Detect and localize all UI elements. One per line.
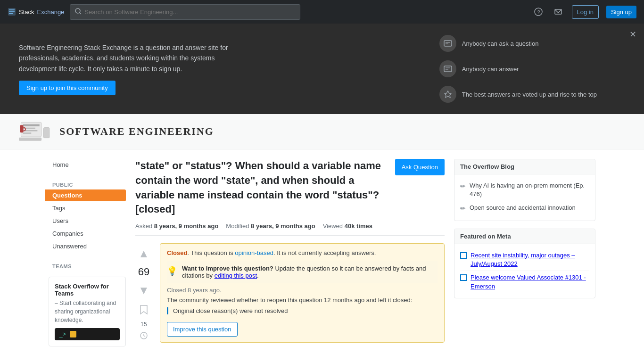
main-content: Home PUBLIC Questions Tags Users Compani…: [39, 149, 605, 359]
search-input[interactable]: [84, 8, 295, 16]
feature-votes: The best answers are voted up and rise t…: [439, 86, 597, 103]
close-reason-blockquote: Original close reason(s) were not resolv…: [167, 307, 438, 314]
site-logo[interactable]: Software Engineering: [19, 120, 214, 143]
teams-desc: – Start collaborating and sharing organi…: [55, 299, 120, 324]
upvote-button[interactable]: ▲: [135, 245, 152, 262]
question-area: "state" or "status"? When should a varia…: [135, 159, 445, 349]
questions-link[interactable]: Questions: [45, 189, 126, 201]
downvote-button[interactable]: ▼: [135, 282, 152, 299]
opinion-based-link[interactable]: opinion-based: [235, 249, 273, 256]
improve-heading: Want to improve this question?: [182, 265, 273, 272]
answer-icon: [439, 60, 456, 77]
community-banner: Software Engineering Stack Exchange is a…: [0, 24, 644, 114]
closed-header: Closed. This question is opinion-based. …: [167, 249, 438, 256]
asked-meta: Asked 8 years, 9 months ago: [135, 222, 218, 230]
feature-answer: Anybody can answer: [439, 60, 597, 77]
login-button[interactable]: Log in: [572, 5, 599, 19]
sidebar-item-companies[interactable]: Companies: [49, 228, 126, 239]
unanswered-link[interactable]: Unanswered: [49, 240, 126, 252]
code-square: [70, 331, 76, 337]
vote-column: ▲ 69 ▼ 15: [135, 243, 152, 349]
svg-rect-22: [19, 138, 41, 141]
blog-item-2: ✏ Open source and accidental innovation: [460, 201, 589, 216]
svg-text:?: ?: [537, 9, 540, 15]
votes-icon: [439, 86, 456, 103]
banner-close-button[interactable]: ✕: [629, 29, 636, 40]
site-header: Software Engineering: [0, 114, 644, 149]
featured-item-2: Please welcome Valued Associate #1301 - …: [460, 271, 589, 293]
feature-ask: Anybody can ask a question: [439, 35, 597, 52]
sidebar-item-unanswered[interactable]: Unanswered: [49, 240, 126, 252]
svg-rect-2: [9, 9, 15, 10]
sidebar-item-users[interactable]: Users: [49, 215, 126, 227]
join-community-button[interactable]: Sign up to join this community: [19, 81, 116, 95]
teams-label: TEAMS: [49, 260, 126, 271]
closed-ago: Closed 8 years ago.: [167, 287, 438, 294]
blog-item-1: ✏ Why AI is having an on-prem moment (Ep…: [460, 179, 589, 201]
home-link[interactable]: Home: [49, 159, 126, 171]
svg-rect-17: [23, 124, 40, 126]
improve-question-button[interactable]: Improve this question: [167, 322, 238, 337]
overflow-blog-body: ✏ Why AI is having an on-prem moment (Ep…: [454, 174, 595, 221]
improve-box: 💡 Want to improve this question? Update …: [167, 261, 438, 283]
featured-box-icon-1: [460, 252, 467, 259]
ask-question-button[interactable]: Ask Question: [395, 159, 445, 175]
topbar: StackExchange ? Log in Sign up: [0, 0, 644, 24]
signup-button[interactable]: Sign up: [606, 6, 636, 18]
editing-link[interactable]: editing this post: [215, 272, 257, 279]
bookmark-count: 15: [140, 321, 147, 328]
sidebar-item-tags[interactable]: Tags: [49, 202, 126, 214]
feature-answer-text: Anybody can answer: [462, 66, 519, 73]
public-nav: Questions Tags Users Companies Unanswere…: [49, 189, 126, 252]
review-text: The community reviewed whether to reopen…: [167, 296, 438, 304]
pencil-icon-1: ✏: [460, 182, 466, 198]
public-label: PUBLIC: [49, 178, 126, 189]
lightbulb-icon: 💡: [167, 266, 177, 279]
blog-link-1[interactable]: Why AI is having an on-prem moment (Ep. …: [470, 181, 589, 198]
companies-link[interactable]: Companies: [49, 228, 126, 239]
sidebar-item-questions[interactable]: Questions: [49, 189, 126, 201]
question-header: "state" or "status"? When should a varia…: [135, 159, 445, 217]
sidebar-item-home[interactable]: Home: [49, 159, 126, 171]
blog-link-2[interactable]: Open source and accidental innovation: [470, 204, 576, 214]
left-sidebar: Home PUBLIC Questions Tags Users Compani…: [49, 159, 126, 349]
feature-votes-text: The best answers are voted up and rise t…: [462, 91, 597, 98]
improve-text-block: Want to improve this question? Update th…: [182, 265, 438, 279]
banner-text: Software Engineering Stack Exchange is a…: [19, 42, 245, 74]
svg-rect-3: [9, 13, 13, 14]
tags-link[interactable]: Tags: [49, 202, 126, 214]
svg-rect-12: [444, 66, 452, 72]
pencil-icon-2: ✏: [460, 204, 466, 214]
sidebar-nav: Home: [49, 159, 126, 171]
featured-link-1[interactable]: Recent site instability, major outages –…: [471, 251, 589, 268]
featured-box-icon-2: [460, 274, 467, 281]
bookmark-button[interactable]: [140, 304, 148, 317]
svg-rect-9: [444, 41, 452, 46]
svg-rect-21: [44, 128, 50, 138]
question-meta: Asked 8 years, 9 months ago Modified 8 y…: [135, 222, 445, 236]
closed-label: Closed: [167, 249, 187, 256]
users-link[interactable]: Users: [49, 215, 126, 227]
inbox-button[interactable]: [552, 6, 564, 18]
teams-box: Stack Overflow for Teams – Start collabo…: [49, 277, 126, 346]
site-logo-nav: StackExchange: [8, 8, 64, 16]
question-content: Closed. This question is opinion-based. …: [160, 243, 445, 349]
banner-description: Software Engineering Stack Exchange is a…: [19, 42, 245, 95]
svg-point-4: [75, 8, 80, 13]
exchange-text: Exchange: [37, 8, 65, 16]
history-button[interactable]: [140, 331, 148, 342]
modified-meta: Modified 8 years, 9 months ago: [226, 222, 315, 230]
featured-item-1: Recent site instability, major outages –…: [460, 249, 589, 271]
featured-link-2[interactable]: Please welcome Valued Associate #1301 - …: [471, 273, 589, 290]
topbar-icons: ? Log in Sign up: [532, 5, 637, 19]
featured-meta-body: Recent site instability, major outages –…: [454, 244, 595, 298]
right-sidebar: The Overflow Blog ✏ Why AI is having an …: [454, 159, 595, 349]
feature-ask-text: Anybody can ask a question: [462, 40, 539, 47]
teams-code-block: _>: [55, 328, 120, 340]
question-title: "state" or "status"? When should a varia…: [135, 159, 388, 217]
svg-line-5: [80, 13, 81, 14]
vote-count: 69: [138, 266, 149, 278]
closed-notice: Closed. This question is opinion-based. …: [160, 243, 445, 343]
viewed-meta: Viewed 40k times: [323, 222, 372, 230]
help-button[interactable]: ?: [532, 6, 545, 18]
